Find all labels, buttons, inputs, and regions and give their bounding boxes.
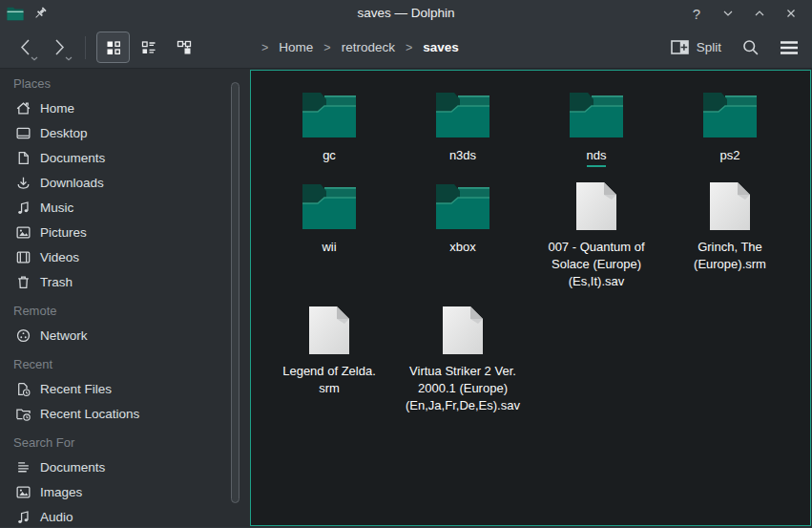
file-icon: [575, 181, 617, 231]
view-icons-button[interactable]: [96, 32, 130, 63]
menu-button[interactable]: [780, 40, 799, 55]
sidebar-item-label: Trash: [40, 275, 73, 289]
sidebar-section-search-for: Search For: [13, 435, 229, 451]
breadcrumb-separator-icon: >: [323, 41, 330, 54]
item-label: ps2: [720, 147, 740, 164]
file-icon: [442, 306, 484, 355]
details-view-icon: [141, 40, 156, 55]
sidebar-item-home[interactable]: Home: [0, 95, 229, 120]
search-icon: [741, 38, 760, 56]
image-icon: [15, 484, 31, 500]
sidebar-item-search-documents[interactable]: Documents: [0, 454, 229, 479]
close-icon: [785, 8, 797, 19]
item-label: 007 - Quantum of Solace (Europe) (Es,It)…: [548, 239, 644, 290]
folder-item-xbox[interactable]: xbox: [396, 172, 530, 296]
sidebar-item-recent-locations[interactable]: Recent Locations: [0, 401, 229, 426]
folder-item-ps2[interactable]: ps2: [663, 80, 797, 172]
folder-icon: [435, 91, 490, 138]
sidebar-item-trash[interactable]: Trash: [0, 269, 229, 294]
sidebar-section-recent: Recent: [13, 357, 229, 372]
toolbar-separator: [85, 36, 86, 59]
sidebar-section-places: Places: [13, 76, 229, 92]
desktop-icon: [15, 125, 31, 141]
download-icon: [15, 175, 31, 191]
breadcrumb: > Home > retrodeck > saves: [261, 40, 459, 54]
toolbar-right-group: Split: [671, 38, 799, 56]
folder-item-gc[interactable]: gc: [262, 80, 396, 172]
sidebar-item-label: Recent Locations: [40, 407, 139, 421]
music-note-icon: [15, 200, 31, 216]
window-controls: ?: [685, 2, 802, 25]
minimize-icon: [722, 8, 734, 19]
network-icon: [15, 327, 31, 344]
folder-view: gc n3ds nds ps2 wii: [250, 70, 811, 526]
view-tree-button[interactable]: [167, 32, 200, 63]
icons-view-icon: [106, 40, 121, 55]
sidebar-item-music[interactable]: Music: [0, 195, 229, 220]
toolbar: > Home > retrodeck > saves Split: [0, 27, 812, 69]
sidebar-item-pictures[interactable]: Pictures: [0, 220, 229, 244]
maximize-button[interactable]: [748, 2, 771, 25]
sidebar-item-label: Recent Files: [40, 382, 112, 396]
folder-icon: [302, 182, 357, 230]
forward-icon: [52, 38, 67, 56]
dolphin-window: saves — Dolphin ?: [0, 0, 812, 528]
split-button-label: Split: [697, 40, 721, 54]
sidebar-item-label: Documents: [40, 151, 105, 165]
minimize-button[interactable]: [717, 2, 739, 25]
places-panel: Places Home Desktop Documents Downloads …: [0, 69, 229, 527]
sidebar-item-label: Home: [40, 101, 74, 116]
help-icon: ?: [693, 6, 700, 22]
sidebar-item-search-images[interactable]: Images: [0, 479, 229, 504]
file-icon: [308, 306, 350, 355]
folder-item-n3ds[interactable]: n3ds: [396, 80, 530, 172]
breadcrumb-item-home[interactable]: Home: [279, 40, 313, 54]
file-item-grinch-the[interactable]: Grinch, The (Europe).srm: [663, 172, 797, 296]
folder-icon: [435, 182, 490, 230]
sidebar-item-network[interactable]: Network: [0, 323, 229, 348]
search-button[interactable]: [741, 38, 760, 56]
folder-icon: [302, 91, 357, 138]
item-label: wii: [322, 239, 336, 256]
file-item-legend-of-zelda[interactable]: Legend of Zelda. srm: [262, 296, 396, 426]
breadcrumb-item-retrodeck[interactable]: retrodeck: [342, 40, 395, 54]
item-label: gc: [323, 147, 336, 164]
text-lines-icon: [15, 459, 31, 475]
view-details-button[interactable]: [132, 32, 165, 63]
folder-item-nds[interactable]: nds: [530, 80, 663, 172]
chevron-down-icon: [31, 56, 38, 61]
sidebar-section-remote: Remote: [13, 304, 229, 319]
sidebar-item-recent-files[interactable]: Recent Files: [0, 376, 229, 401]
sidebar-item-downloads[interactable]: Downloads: [0, 170, 229, 195]
recent-file-icon: [15, 381, 31, 397]
home-icon: [15, 100, 31, 116]
sidebar-item-desktop[interactable]: Desktop: [0, 120, 229, 145]
forward-button[interactable]: [46, 32, 73, 63]
sidebar-item-label: Network: [40, 328, 88, 343]
breadcrumb-item-saves[interactable]: saves: [423, 40, 459, 54]
sidebar-item-search-audio[interactable]: Audio: [0, 504, 229, 527]
sidebar-item-label: Audio: [40, 510, 73, 524]
sidebar-item-label: Images: [40, 485, 82, 499]
item-label: Grinch, The (Europe).srm: [694, 239, 766, 273]
file-item-virtua-striker-2[interactable]: Virtua Striker 2 Ver. 2000.1 (Europe) (E…: [396, 296, 530, 426]
sidebar-item-documents[interactable]: Documents: [0, 145, 229, 170]
close-button[interactable]: [780, 2, 802, 25]
back-button[interactable]: [11, 32, 38, 63]
file-item-007-quantum-of-solace[interactable]: 007 - Quantum of Solace (Europe) (Es,It)…: [530, 172, 663, 296]
item-label: n3ds: [449, 147, 476, 164]
image-icon: [15, 224, 31, 241]
sidebar-item-label: Pictures: [40, 225, 87, 240]
sidebar-item-videos[interactable]: Videos: [0, 244, 229, 269]
breadcrumb-separator-icon: >: [406, 41, 412, 54]
folder-icon: [702, 91, 758, 138]
sidebar-item-label: Desktop: [40, 126, 88, 140]
item-label: xbox: [449, 239, 475, 256]
sidebar-scrollbar-thumb[interactable]: [231, 82, 239, 503]
split-button[interactable]: Split: [671, 40, 721, 54]
folder-item-wii[interactable]: wii: [262, 172, 396, 296]
sidebar-item-label: Downloads: [40, 176, 104, 190]
content-area: Places Home Desktop Documents Downloads …: [0, 69, 812, 527]
help-button[interactable]: ?: [685, 2, 708, 25]
film-icon: [15, 249, 31, 265]
